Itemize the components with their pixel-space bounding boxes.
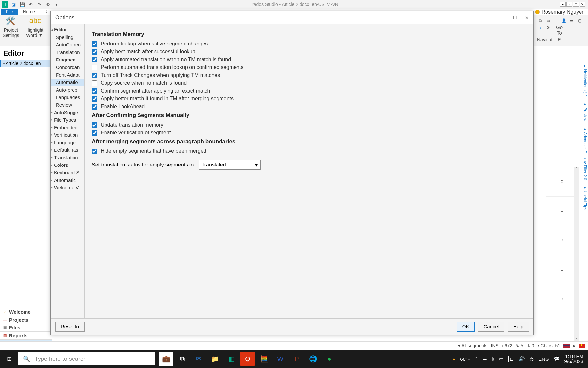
up-icon[interactable]: ↑ xyxy=(553,18,559,24)
tab-notifications[interactable]: ▸ Notifications (1) xyxy=(580,61,588,98)
battery-icon[interactable]: ▭ xyxy=(499,356,504,362)
reset-button[interactable]: Reset to xyxy=(55,322,85,332)
tray-chevron-icon[interactable]: ˄ xyxy=(475,356,478,362)
check-apply-best-match[interactable]: Apply best match after successful lookup xyxy=(92,49,526,55)
trados-icon[interactable]: ◧ xyxy=(224,352,238,366)
explorer-icon[interactable]: 📁 xyxy=(208,352,222,366)
user-label[interactable]: Rosemary Nguyen xyxy=(535,9,588,15)
tree-autocorrect[interactable]: AutoCorrec xyxy=(51,41,84,48)
tab-advanced-display-filter[interactable]: ▸ Advanced Display Filter 2.0 xyxy=(580,125,588,182)
tab-home[interactable]: Home xyxy=(18,8,40,15)
check-track-changes[interactable]: Turn off Track Changes when applying TM … xyxy=(92,72,526,78)
powerpoint-icon[interactable]: P xyxy=(289,352,304,366)
tree-autosuggest[interactable]: AutoSugge xyxy=(51,109,84,116)
q-app-icon[interactable]: Q xyxy=(240,352,255,366)
cancel-button[interactable]: Cancel xyxy=(478,322,504,332)
notifications-icon[interactable]: 💬 xyxy=(554,356,560,362)
tree-spelling[interactable]: Spelling xyxy=(51,33,84,41)
tab-useful-tips[interactable]: ▸ Useful Tips xyxy=(580,183,588,212)
tree-automation[interactable]: Automatio xyxy=(51,79,84,86)
tree-keyboard[interactable]: Keyboard S xyxy=(51,169,84,176)
check-better-match[interactable]: Apply better match if found in TM after … xyxy=(92,96,526,102)
language-indicator[interactable]: ENG xyxy=(538,356,549,362)
undo-icon[interactable]: ↶ xyxy=(27,1,34,8)
check-perform-lookup[interactable]: Perform lookup when active segment chang… xyxy=(92,41,526,47)
dropdown-icon[interactable]: ▾ xyxy=(53,1,59,8)
tree-fragment[interactable]: Fragment xyxy=(51,56,84,63)
tree-language[interactable]: Language xyxy=(51,139,84,146)
check-hide-empty[interactable]: Hide empty segments that have been merge… xyxy=(92,148,526,154)
help-button[interactable]: Help xyxy=(508,322,529,332)
e-app-icon[interactable]: E xyxy=(508,356,514,362)
rows-icon[interactable]: ☰ xyxy=(568,18,575,24)
check-lookahead[interactable]: Enable LookAhead xyxy=(92,104,526,110)
minimize-button[interactable]: ‒ xyxy=(560,2,566,7)
tree-concordance[interactable]: Concordan xyxy=(51,63,84,71)
tree-editor[interactable]: Editor xyxy=(51,26,84,33)
tree-automatic[interactable]: Automatic xyxy=(51,176,84,184)
redo-icon[interactable]: ↷ xyxy=(36,1,42,8)
tree-font-adapt[interactable]: Font Adapt xyxy=(51,71,84,79)
restore-button[interactable]: ▫ xyxy=(566,2,572,7)
options-tree[interactable]: Editor Spelling AutoCorrec Translation F… xyxy=(51,24,85,318)
volume-icon[interactable]: 🔊 xyxy=(519,356,525,362)
clock[interactable]: 1:18 PM 9/6/2023 xyxy=(564,354,583,364)
filter-dropdown[interactable]: ▾ All segments xyxy=(458,343,487,348)
briefcase-icon[interactable]: 💼 xyxy=(159,352,173,366)
word-icon[interactable]: W xyxy=(273,352,287,366)
nav-reports[interactable]: ▥Reports xyxy=(0,331,52,339)
weather-icon[interactable]: ● xyxy=(452,356,455,362)
spotify-icon[interactable]: ● xyxy=(322,352,336,366)
scroll-up-icon[interactable]: ˄ xyxy=(574,167,579,171)
status-combo[interactable]: Translated ▾ xyxy=(199,160,261,170)
square-icon[interactable]: ▢ xyxy=(576,18,583,24)
scrollbar[interactable]: ˄ ˅ xyxy=(574,167,579,342)
tree-auto-prop[interactable]: Auto-prop xyxy=(51,86,84,94)
down-icon[interactable]: ↓ xyxy=(537,25,544,31)
task-view-icon[interactable]: ⧉ xyxy=(175,352,189,366)
highlight-word-button[interactable]: abc Highlight Word ▼ xyxy=(26,16,43,45)
tab-file[interactable]: File xyxy=(1,9,18,15)
person-icon[interactable]: 👤 xyxy=(561,18,567,24)
tree-languages[interactable]: Languages xyxy=(51,94,84,101)
save-icon[interactable]: 💾 xyxy=(19,1,25,8)
unknown-icon[interactable]: ◪ xyxy=(10,1,17,8)
tree-review[interactable]: Review xyxy=(51,101,84,109)
check-confirm-exact[interactable]: Confirm segment after applying an exact … xyxy=(92,88,526,94)
tree-file-types[interactable]: File Types xyxy=(51,116,84,124)
tree-default-tasks[interactable]: Default Tas xyxy=(51,146,84,154)
open-file-tab[interactable]: ▫ Article 2.docx_en xyxy=(0,60,52,67)
calculator-icon[interactable]: 🧮 xyxy=(257,352,271,366)
check-enable-verification[interactable]: Enable verification of segment xyxy=(92,130,526,136)
split-icon[interactable]: ▭ xyxy=(545,18,551,24)
check-apply-automated[interactable]: Apply automated translation when no TM m… xyxy=(92,57,526,62)
project-settings-button[interactable]: 🛠️ Project Settings xyxy=(3,16,19,45)
refresh-icon[interactable]: ⟳ xyxy=(545,25,551,31)
tree-embedded[interactable]: Embedded xyxy=(51,124,84,131)
tree-translation2[interactable]: Translation xyxy=(51,154,84,161)
chrome-icon[interactable]: 🌐 xyxy=(306,352,320,366)
maximize-button[interactable]: □ xyxy=(573,2,579,7)
check-copy-source[interactable]: Copy source when no match is found xyxy=(92,80,526,86)
onedrive-icon[interactable]: ☁ xyxy=(482,356,487,362)
tab-preview[interactable]: ▸ Preview xyxy=(580,100,588,123)
nav-welcome[interactable]: ⌂Welcome xyxy=(0,308,52,316)
dialog-maximize-button[interactable]: ☐ xyxy=(513,15,517,20)
tree-welcome[interactable]: Welcome V xyxy=(51,184,84,191)
close-button[interactable]: ✕ xyxy=(580,2,585,7)
outlook-icon[interactable]: ✉ xyxy=(191,352,206,366)
start-button[interactable]: ⊞ xyxy=(0,350,18,368)
ok-button[interactable]: OK xyxy=(457,322,475,332)
tree-verification[interactable]: Verification xyxy=(51,131,84,139)
dialog-minimize-button[interactable]: — xyxy=(500,15,505,20)
nav-projects[interactable]: —Projects xyxy=(0,316,52,324)
refresh-icon[interactable]: ⟲ xyxy=(44,1,51,8)
check-update-tm[interactable]: Update translation memory xyxy=(92,122,526,128)
goto-button[interactable]: Go To xyxy=(553,25,566,36)
layout-icon[interactable]: ⧉ xyxy=(537,18,544,24)
check-lookup-confirmed[interactable]: Perform automated translation lookup on … xyxy=(92,64,526,70)
bluetooth-icon[interactable]: ᛒ xyxy=(492,356,495,362)
wifi-icon[interactable]: ◔ xyxy=(530,356,534,362)
dialog-close-button[interactable]: ✕ xyxy=(525,15,529,20)
tree-colors[interactable]: Colors xyxy=(51,161,84,169)
